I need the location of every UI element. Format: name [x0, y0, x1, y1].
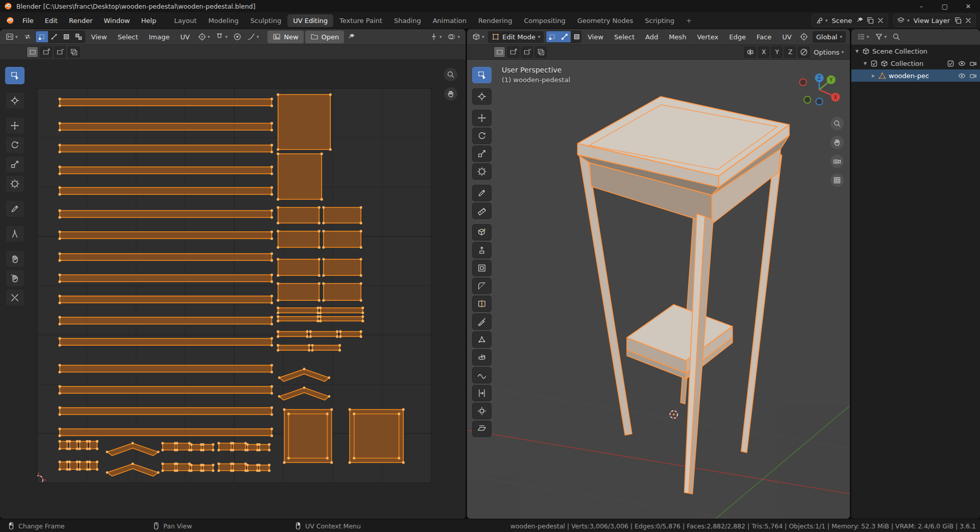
uv-island[interactable] — [80, 462, 87, 470]
uv-select-mode-extend-button[interactable] — [40, 46, 52, 58]
vp-tool-transform[interactable] — [472, 163, 492, 180]
uv-pan-button[interactable] — [444, 87, 457, 101]
vp-tool-inset-faces[interactable] — [472, 260, 492, 276]
uv-island[interactable] — [233, 464, 246, 470]
uv-island[interactable] — [321, 308, 363, 313]
options-dropdown[interactable]: Options▾ — [812, 49, 846, 56]
uv-island[interactable] — [259, 465, 270, 471]
vp-menu-face[interactable]: Face — [752, 31, 776, 43]
disclosure-icon[interactable]: ▼ — [854, 49, 860, 54]
uv-island[interactable] — [60, 254, 272, 260]
delete-view-layer-button[interactable] — [964, 16, 972, 25]
uv-island[interactable] — [163, 443, 175, 450]
image-open-button[interactable]: Open — [305, 31, 345, 43]
uv-island[interactable] — [191, 444, 202, 450]
vp-menu-edge[interactable]: Edge — [724, 31, 750, 43]
uv-island[interactable] — [278, 154, 322, 199]
menu-file[interactable]: File — [17, 14, 39, 27]
hide-eye-icon[interactable] — [958, 60, 966, 67]
uv-island[interactable] — [340, 331, 361, 336]
uv-menu-view[interactable]: View — [87, 31, 112, 43]
uv-island[interactable] — [278, 345, 309, 350]
vp-select-mode-new-button[interactable] — [494, 46, 505, 58]
tab-layout[interactable]: Layout — [168, 14, 202, 27]
uv-island[interactable] — [60, 407, 272, 414]
uv-island[interactable] — [60, 99, 272, 106]
uv-island[interactable] — [60, 429, 272, 436]
vp-tool-extrude-region[interactable] — [472, 242, 492, 258]
vp-menu-uv[interactable]: UV — [778, 31, 796, 43]
viewport-canvas[interactable]: Z Y X — [467, 60, 850, 519]
viewport-editor-type-button[interactable]: ▾ — [471, 31, 486, 43]
uv-island[interactable] — [219, 464, 231, 470]
uv-island[interactable] — [278, 231, 320, 248]
viewport-body[interactable]: Z Y X User Perspective (1) wooden-pedest… — [467, 60, 850, 519]
pedestal-left-leg[interactable] — [579, 156, 632, 435]
transform-pivot-button[interactable] — [798, 31, 810, 43]
uv-select-mode-new-button[interactable] — [27, 46, 38, 58]
uv-vertex-mode-button[interactable] — [36, 31, 48, 42]
uv-island[interactable] — [203, 465, 213, 471]
mode-dropdown[interactable]: Edit Mode▾ — [487, 31, 544, 43]
uv-zoom-button[interactable] — [444, 68, 457, 81]
vp-tool-cursor[interactable] — [472, 88, 492, 105]
uv-islands[interactable] — [58, 93, 404, 476]
uv-island[interactable] — [60, 296, 272, 303]
tab-sculpting[interactable]: Sculpting — [244, 14, 287, 27]
tab-rendering[interactable]: Rendering — [473, 14, 518, 27]
exclude-checkbox[interactable] — [947, 60, 954, 67]
outliner-row-collection[interactable]: ▼ Collection — [851, 57, 980, 69]
uv-island[interactable] — [60, 275, 272, 281]
vp-tool-shear[interactable] — [472, 421, 492, 437]
image-pin-button[interactable] — [346, 31, 358, 43]
uv-overlays-toggle[interactable]: ▾ — [446, 31, 462, 43]
uv-island[interactable] — [60, 145, 272, 152]
vp-tool-edge-slide[interactable] — [472, 385, 492, 401]
vp-tool-bevel[interactable] — [472, 278, 492, 294]
mirror-toggle[interactable] — [744, 46, 756, 58]
viewport-pan-button[interactable] — [830, 136, 844, 149]
uv-proportional-toggle[interactable] — [231, 31, 243, 43]
outliner-filter-button[interactable]: ▾ — [873, 31, 889, 43]
uv-island[interactable] — [70, 462, 78, 470]
vp-menu-select[interactable]: Select — [609, 31, 639, 43]
mirror-x-toggle[interactable]: X — [758, 46, 769, 58]
vp-tool-rotate[interactable] — [472, 128, 492, 144]
uv-tool-annotate[interactable] — [5, 200, 24, 217]
menu-edit[interactable]: Edit — [40, 14, 63, 27]
viewport-zoom-button[interactable] — [830, 117, 844, 130]
uv-editor-body[interactable] — [0, 60, 465, 519]
uv-pivot-button[interactable]: ▾ — [196, 31, 212, 43]
uv-island[interactable] — [284, 409, 332, 463]
uv-island[interactable] — [163, 464, 175, 470]
render-camera-icon[interactable] — [969, 60, 977, 67]
uv-tool-grab[interactable] — [5, 250, 24, 268]
vp-tool-select-box[interactable] — [472, 67, 492, 83]
uv-island[interactable] — [324, 259, 361, 276]
uv-island[interactable] — [60, 462, 67, 470]
uv-island[interactable] — [312, 345, 340, 350]
uv-island[interactable] — [278, 331, 307, 336]
vp-menu-vertex[interactable]: Vertex — [693, 31, 723, 43]
uv-island[interactable] — [278, 283, 320, 300]
menu-help[interactable]: Help — [136, 14, 162, 27]
uv-island[interactable] — [60, 338, 272, 345]
tab-uv-editing[interactable]: UV Editing — [287, 14, 333, 27]
axis-minus-y-ball[interactable] — [804, 96, 811, 103]
mirror-z-toggle[interactable]: Z — [785, 46, 796, 58]
uv-island[interactable] — [60, 317, 272, 324]
uv-island[interactable] — [310, 331, 337, 336]
view-layer-selector[interactable]: ▾ View Layer — [893, 14, 976, 27]
vp-tool-measure[interactable] — [472, 203, 492, 219]
vp-menu-add[interactable]: Add — [641, 31, 663, 43]
uv-menu-uv[interactable]: UV — [176, 31, 194, 43]
uv-island[interactable] — [278, 317, 318, 321]
vp-select-mode-intersect-button[interactable] — [535, 46, 547, 58]
uv-menu-select[interactable]: Select — [113, 31, 142, 43]
outliner-row-wooden-pedestal[interactable]: ▶ wooden-pedestal — [851, 69, 980, 82]
vp-tool-spin[interactable] — [472, 349, 492, 366]
view-axis-gizmo[interactable]: Z Y X — [800, 74, 840, 105]
uv-island[interactable] — [203, 444, 213, 450]
uv-island[interactable] — [321, 317, 363, 321]
uv-island[interactable] — [90, 441, 97, 449]
